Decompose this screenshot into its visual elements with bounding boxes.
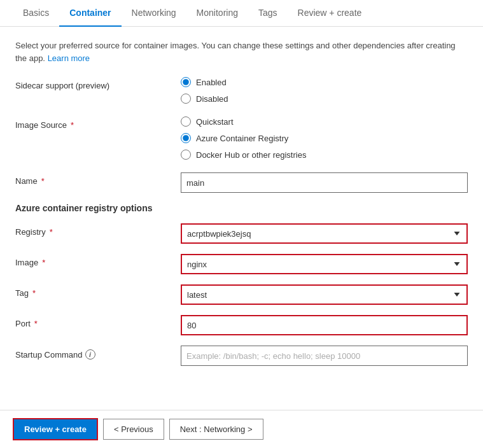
image-source-label: Image Source * — [15, 116, 168, 130]
tab-basics[interactable]: Basics — [13, 0, 59, 27]
registry-dropdown[interactable]: acrptbwpiek3ejsq — [181, 223, 468, 244]
registry-required: * — [50, 227, 53, 237]
name-input-area — [181, 172, 468, 193]
tab-review-create[interactable]: Review + create — [288, 0, 372, 27]
quickstart-option[interactable]: Quickstart — [181, 116, 468, 127]
sidecar-support-row: Sidecar support (preview) Enabled Disabl… — [15, 77, 468, 106]
image-row: Image * nginx — [15, 254, 468, 274]
image-input-area: nginx — [181, 254, 468, 274]
description-text: Select your preferred source for contain… — [15, 39, 468, 64]
acr-option[interactable]: Azure Container Registry — [181, 133, 468, 143]
learn-more-link[interactable]: Learn more — [48, 53, 90, 63]
name-row: Name * — [15, 172, 468, 193]
dockerhub-option[interactable]: Docker Hub or other registries — [181, 150, 468, 160]
acr-radio[interactable] — [181, 133, 191, 143]
acr-section-header: Azure container registry options — [15, 203, 468, 213]
image-source-row: Image Source * Quickstart Azure Containe… — [15, 116, 468, 162]
sidecar-label: Sidecar support (preview) — [15, 77, 168, 90]
dockerhub-label: Docker Hub or other registries — [196, 150, 306, 160]
nav-tabs: Basics Container Networking Monitoring T… — [0, 0, 483, 27]
startup-command-row: Startup Command i — [15, 346, 468, 366]
tab-monitoring[interactable]: Monitoring — [186, 0, 248, 27]
startup-command-info-icon[interactable]: i — [85, 349, 95, 360]
port-required: * — [34, 319, 38, 328]
tag-label: Tag * — [15, 284, 168, 298]
tag-dropdown[interactable]: latest — [181, 284, 468, 305]
quickstart-radio[interactable] — [181, 116, 191, 127]
sidecar-disabled-radio[interactable] — [181, 94, 191, 104]
image-dropdown[interactable]: nginx — [181, 254, 468, 274]
sidecar-disabled-label: Disabled — [196, 94, 228, 104]
image-source-required: * — [71, 120, 74, 130]
sidecar-disabled-option[interactable]: Disabled — [181, 94, 468, 104]
tag-input-area: latest — [181, 284, 468, 305]
startup-command-input[interactable] — [181, 346, 468, 366]
tab-tags[interactable]: Tags — [248, 0, 288, 27]
previous-button[interactable]: < Previous — [103, 419, 164, 440]
sidecar-enabled-option[interactable]: Enabled — [181, 77, 468, 87]
footer: Review + create < Previous Next : Networ… — [0, 410, 483, 448]
acr-label: Azure Container Registry — [196, 134, 288, 143]
dockerhub-radio[interactable] — [181, 150, 191, 160]
tag-row: Tag * latest — [15, 284, 468, 305]
port-row: Port * — [15, 315, 468, 335]
sidecar-enabled-radio[interactable] — [181, 77, 191, 87]
port-label: Port * — [15, 315, 168, 328]
review-create-button[interactable]: Review + create — [13, 418, 98, 440]
startup-command-label: Startup Command i — [15, 346, 168, 360]
name-label: Name * — [15, 172, 168, 186]
image-label: Image * — [15, 254, 168, 267]
name-input[interactable] — [181, 172, 468, 193]
registry-row: Registry * acrptbwpiek3ejsq — [15, 223, 468, 244]
port-input-area — [181, 315, 468, 335]
registry-input-area: acrptbwpiek3ejsq — [181, 223, 468, 244]
tab-container[interactable]: Container — [59, 0, 121, 27]
sidecar-options: Enabled Disabled — [181, 77, 468, 106]
image-source-options: Quickstart Azure Container Registry Dock… — [181, 116, 468, 162]
quickstart-label: Quickstart — [196, 117, 234, 127]
image-required: * — [42, 258, 45, 267]
sidecar-enabled-label: Enabled — [196, 78, 227, 87]
main-content: Select your preferred source for contain… — [0, 27, 483, 440]
tag-required: * — [32, 288, 36, 298]
next-button[interactable]: Next : Networking > — [169, 419, 263, 440]
name-required: * — [41, 176, 45, 186]
tab-networking[interactable]: Networking — [122, 0, 186, 27]
startup-command-input-area — [181, 346, 468, 366]
port-input[interactable] — [181, 315, 468, 335]
registry-label: Registry * — [15, 223, 168, 237]
